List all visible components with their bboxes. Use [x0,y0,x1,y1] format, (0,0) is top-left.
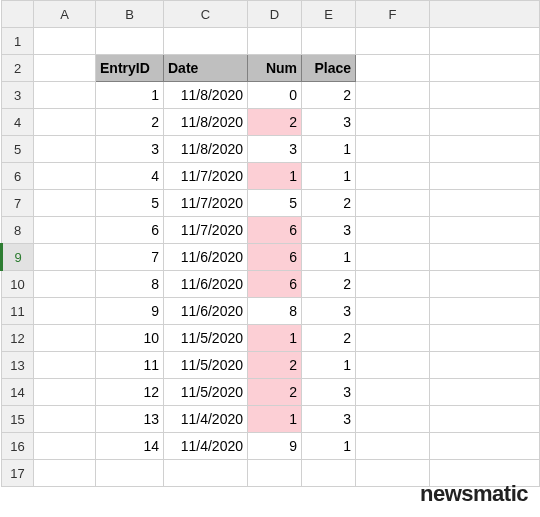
row-header[interactable]: 11 [2,298,34,325]
cell[interactable] [356,163,430,190]
cell-entryid[interactable]: 7 [96,244,164,271]
row-header[interactable]: 17 [2,460,34,487]
cell[interactable] [356,352,430,379]
cell[interactable] [356,406,430,433]
header-num[interactable]: Num [248,55,302,82]
col-header-A[interactable]: A [34,1,96,28]
cell-place[interactable]: 3 [302,298,356,325]
cell[interactable] [430,379,540,406]
cell[interactable] [430,136,540,163]
cell-place[interactable]: 1 [302,163,356,190]
cell-entryid[interactable]: 11 [96,352,164,379]
cell[interactable] [430,109,540,136]
cell[interactable] [34,325,96,352]
col-header-D[interactable]: D [248,1,302,28]
cell-entryid[interactable]: 10 [96,325,164,352]
row-header[interactable]: 1 [2,28,34,55]
cell-date[interactable]: 11/4/2020 [164,406,248,433]
cell[interactable] [96,460,164,487]
row-header[interactable]: 16 [2,433,34,460]
cell[interactable] [430,163,540,190]
cell-date[interactable]: 11/4/2020 [164,433,248,460]
cell[interactable] [164,28,248,55]
cell-num[interactable]: 2 [248,352,302,379]
cell-entryid[interactable]: 1 [96,82,164,109]
row-header[interactable]: 2 [2,55,34,82]
cell[interactable] [164,460,248,487]
col-header-B[interactable]: B [96,1,164,28]
cell-place[interactable]: 2 [302,82,356,109]
cell-entryid[interactable]: 14 [96,433,164,460]
cell[interactable] [356,28,430,55]
cell[interactable] [34,190,96,217]
cell[interactable] [356,433,430,460]
cell-num[interactable]: 3 [248,136,302,163]
cell-entryid[interactable]: 4 [96,163,164,190]
cell[interactable] [356,82,430,109]
cell-num[interactable]: 2 [248,109,302,136]
cell-place[interactable]: 3 [302,109,356,136]
row-header[interactable]: 12 [2,325,34,352]
cell[interactable] [356,190,430,217]
cell[interactable] [356,271,430,298]
cell[interactable] [356,55,430,82]
cell[interactable] [430,28,540,55]
row-header[interactable]: 10 [2,271,34,298]
cell-date[interactable]: 11/6/2020 [164,271,248,298]
cell[interactable] [430,217,540,244]
cell[interactable] [34,379,96,406]
cell-place[interactable]: 2 [302,271,356,298]
row-header[interactable]: 3 [2,82,34,109]
cell-date[interactable]: 11/8/2020 [164,136,248,163]
cell-num[interactable]: 2 [248,379,302,406]
cell-date[interactable]: 11/7/2020 [164,163,248,190]
cell-date[interactable]: 11/7/2020 [164,217,248,244]
cell-date[interactable]: 11/5/2020 [164,325,248,352]
cell-entryid[interactable]: 5 [96,190,164,217]
cell-entryid[interactable]: 9 [96,298,164,325]
cell[interactable] [34,163,96,190]
cell[interactable] [34,109,96,136]
row-header[interactable]: 5 [2,136,34,163]
cell-place[interactable]: 1 [302,136,356,163]
cell-entryid[interactable]: 13 [96,406,164,433]
cell[interactable] [96,28,164,55]
cell-num[interactable]: 0 [248,82,302,109]
cell[interactable] [430,298,540,325]
cell-date[interactable]: 11/7/2020 [164,190,248,217]
cell-place[interactable]: 3 [302,217,356,244]
cell-num[interactable]: 1 [248,325,302,352]
cell-entryid[interactable]: 3 [96,136,164,163]
cell[interactable] [430,244,540,271]
header-date[interactable]: Date [164,55,248,82]
cell[interactable] [34,244,96,271]
cell[interactable] [356,460,430,487]
cell-place[interactable]: 3 [302,406,356,433]
row-header[interactable]: 14 [2,379,34,406]
select-all-corner[interactable] [2,1,34,28]
spreadsheet-grid[interactable]: A B C D E F 12EntryIDDateNumPlace3111/8/… [0,0,540,487]
cell-num[interactable]: 1 [248,163,302,190]
cell-date[interactable]: 11/5/2020 [164,379,248,406]
row-header[interactable]: 6 [2,163,34,190]
row-header[interactable]: 15 [2,406,34,433]
header-entryid[interactable]: EntryID [96,55,164,82]
cell[interactable] [356,136,430,163]
cell[interactable] [430,433,540,460]
row-header[interactable]: 13 [2,352,34,379]
cell-date[interactable]: 11/8/2020 [164,82,248,109]
cell[interactable] [34,28,96,55]
cell[interactable] [34,406,96,433]
cell-num[interactable]: 5 [248,190,302,217]
cell[interactable] [34,217,96,244]
cell[interactable] [34,55,96,82]
col-header-C[interactable]: C [164,1,248,28]
cell[interactable] [430,82,540,109]
cell[interactable] [356,298,430,325]
cell[interactable] [430,352,540,379]
cell[interactable] [356,379,430,406]
row-header[interactable]: 4 [2,109,34,136]
cell-place[interactable]: 2 [302,190,356,217]
cell[interactable] [34,298,96,325]
cell[interactable] [34,433,96,460]
